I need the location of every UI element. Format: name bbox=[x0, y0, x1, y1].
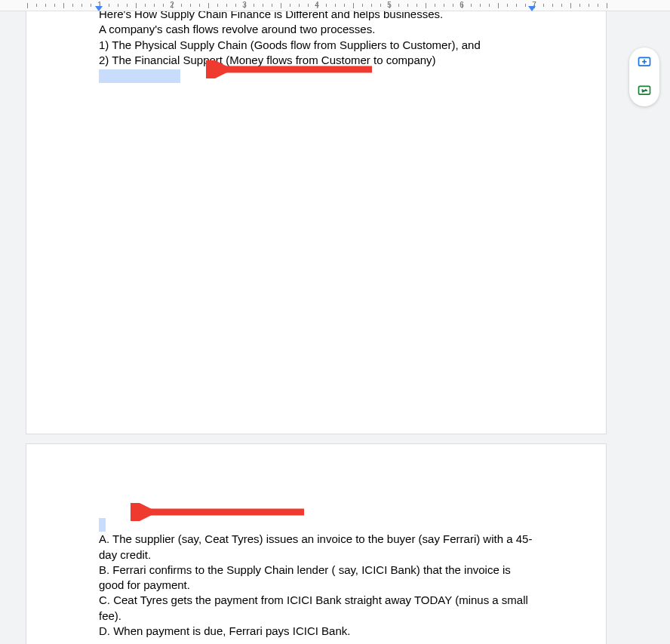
selected-blank-line[interactable] bbox=[99, 68, 533, 83]
paragraph[interactable]: C. Ceat Tyres gets the payment from ICIC… bbox=[99, 593, 533, 624]
left-indent-marker[interactable] bbox=[95, 6, 103, 11]
suggest-edit-icon bbox=[637, 84, 652, 99]
paragraph[interactable]: D. When payment is due, Ferrari pays ICI… bbox=[99, 624, 533, 639]
paragraph[interactable]: A. The supplier (say, Ceat Tyres) issues… bbox=[99, 532, 533, 563]
document-page-1[interactable]: Here's How Supply Chain Finance is Diffe… bbox=[26, 0, 607, 434]
suggest-edits-button[interactable] bbox=[634, 81, 655, 102]
floating-action-bar bbox=[629, 48, 659, 106]
paragraph[interactable]: 1) The Physical Supply Chain (Goods flow… bbox=[99, 38, 533, 53]
paragraph[interactable]: 2) The Financial Support (Money flows fr… bbox=[99, 53, 533, 68]
document-page-2[interactable]: A. The supplier (say, Ceat Tyres) issues… bbox=[26, 443, 607, 644]
comment-plus-icon bbox=[637, 55, 652, 70]
paragraph[interactable]: A company's cash flows revolve around tw… bbox=[99, 22, 533, 37]
paragraph[interactable]: B. Ferrari confirms to the Supply Chain … bbox=[99, 563, 533, 593]
right-indent-marker[interactable] bbox=[528, 6, 536, 11]
horizontal-ruler: 1234567 bbox=[0, 0, 670, 11]
add-comment-button[interactable] bbox=[634, 52, 655, 73]
selected-blank-line[interactable] bbox=[99, 517, 533, 532]
